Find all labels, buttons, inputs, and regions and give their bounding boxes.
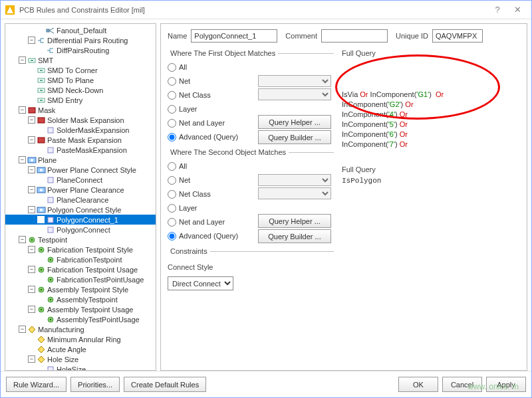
tree-label: HoleSize [57,365,86,371]
create-default-rules-button[interactable]: Create Default Rules [124,377,206,392]
tree-node[interactable]: SMD Entry [5,95,156,105]
tree-node[interactable]: SMD To Plane [5,75,156,85]
tree-node[interactable]: PlaneConnect [5,175,156,185]
tree-toggle[interactable]: − [19,326,26,333]
tree-node[interactable]: −Solder Mask Expansion [5,115,156,125]
tree-node[interactable]: PlaneClearance [5,195,156,205]
tree-node[interactable]: DiffPairsRouting [5,45,156,55]
match-option[interactable]: Advanced (Query) [168,131,254,143]
query-helper-button-2[interactable]: Query Helper ... [258,214,331,228]
tree-node[interactable]: SMD To Corner [5,65,156,75]
tree-toggle[interactable]: − [19,236,26,243]
match-radio[interactable] [168,105,176,114]
query-builder-button-1[interactable]: Query Builder ... [258,130,331,144]
help-button[interactable]: ? [487,3,507,17]
query-builder-button-2[interactable]: Query Builder ... [258,229,331,243]
cancel-button[interactable]: Cancel [442,377,482,392]
tree-node[interactable]: −Differential Pairs Routing [5,35,156,45]
match-option[interactable]: Net Class [168,188,254,200]
tree-node[interactable]: Fanout_Default [5,25,156,35]
tree-node[interactable]: −Paste Mask Expansion [5,135,156,145]
apply-button[interactable]: Apply [486,377,526,392]
full-query-2[interactable]: IsPolygon [342,176,520,186]
tree-node[interactable]: SolderMaskExpansion [5,125,156,135]
tree-node[interactable]: −Mask [5,105,156,115]
match-radio[interactable] [168,190,176,199]
tree-node[interactable]: Minimum Annular Ring [5,334,156,344]
match-option[interactable]: Layer [168,202,254,214]
tree-toggle[interactable]: − [28,355,35,363]
close-button[interactable]: ✕ [507,3,527,17]
first-match-group: Where The First Object Matches AllNetNet… [168,49,334,147]
match-radio[interactable] [168,77,176,86]
tree-toggle[interactable]: − [19,56,26,64]
match-option[interactable]: Advanced (Query) [168,230,254,242]
tree-node[interactable]: PasteMaskExpansion [5,145,156,155]
tree-node[interactable]: −Power Plane Clearance [5,185,156,195]
tree-node[interactable]: −Hole Size [5,354,156,364]
tree-node[interactable]: PolygonConnect [5,225,156,235]
tree-node[interactable]: −Fabrication Testpoint Style [5,245,156,254]
tree-toggle[interactable]: − [28,136,35,144]
tree-toggle[interactable]: − [28,306,35,313]
tree-node[interactable]: −Testpoint [5,235,156,245]
tree-node[interactable]: −SMT [5,55,156,65]
connect-style-select[interactable]: Direct Connect [168,276,233,290]
net-select-1[interactable] [258,75,331,87]
uniqueid-input[interactable] [432,29,483,43]
tree-toggle[interactable]: − [28,286,35,293]
tree-node[interactable]: −Assembly Testpoint Style [5,284,156,294]
netclass-select-2[interactable] [258,187,331,199]
match-radio[interactable] [168,176,176,185]
match-option[interactable]: All [168,160,254,172]
match-option[interactable]: Layer [168,103,254,115]
tree-node[interactable]: −Power Plane Connect Style [5,165,156,175]
priorities-button[interactable]: Priorities... [70,377,120,392]
query-helper-button-1[interactable]: Query Helper ... [258,115,331,129]
tree-toggle[interactable]: − [28,116,35,124]
match-radio[interactable] [168,133,176,142]
match-radio[interactable] [168,232,176,241]
match-radio[interactable] [168,91,176,100]
match-option[interactable]: Net [168,75,254,87]
tree-node[interactable]: −Assembly Testpoint Usage [5,304,156,314]
tree-node[interactable]: −Plane [5,155,156,165]
match-radio[interactable] [168,63,176,72]
full-query-1[interactable]: IsVia Or InComponent('G1') OrInComponent… [342,60,520,149]
tree-node[interactable]: PolygonConnect_1 [5,215,156,225]
tree-toggle[interactable]: − [28,266,35,273]
match-option[interactable]: Net [168,174,254,186]
name-input[interactable] [191,29,277,43]
tree-toggle[interactable]: − [28,186,35,193]
tree-node[interactable]: −Fabrication Testpoint Usage [5,264,156,274]
tree-node[interactable]: FabricationTestpoint [5,254,156,264]
comment-input[interactable] [321,29,388,43]
tree-toggle[interactable]: − [28,37,35,44]
match-option[interactable]: Net Class [168,89,254,101]
tree-node[interactable]: −Polygon Connect Style [5,205,156,215]
match-radio[interactable] [168,218,176,227]
tree-toggle[interactable]: − [19,106,26,114]
tree-toggle[interactable]: − [28,206,35,213]
match-option[interactable]: All [168,61,254,73]
tree-node[interactable]: AssemblyTestPointUsage [5,314,156,324]
match-option[interactable]: Net and Layer [168,117,254,129]
match-option[interactable]: Net and Layer [168,216,254,228]
tree-node[interactable]: AssemblyTestpoint [5,294,156,304]
ok-button[interactable]: OK [398,377,438,392]
net-select-2[interactable] [258,174,331,186]
match-radio[interactable] [168,119,176,128]
tree-node[interactable]: FabricationTestPointUsage [5,274,156,284]
tree-toggle[interactable]: − [28,166,35,173]
rule-wizard-button[interactable]: Rule Wizard... [6,377,66,392]
tree-node[interactable]: HoleSize [5,364,156,371]
tree-toggle[interactable]: − [19,156,26,163]
tree-node[interactable]: −Manufacturing [5,324,156,334]
netclass-select-1[interactable] [258,88,331,100]
match-radio[interactable] [168,204,176,213]
rules-tree[interactable]: Fanout_Default−Differential Pairs Routin… [5,23,156,371]
tree-node[interactable]: SMD Neck-Down [5,85,156,95]
match-radio[interactable] [168,162,176,171]
tree-node[interactable]: Acute Angle [5,344,156,354]
tree-toggle[interactable]: − [28,246,35,253]
